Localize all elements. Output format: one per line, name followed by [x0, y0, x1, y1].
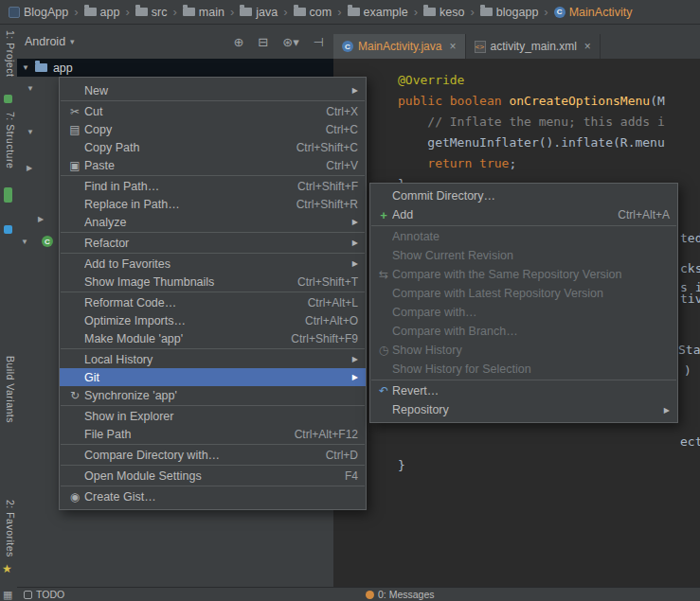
tab-mainactivity-java[interactable]: CMainActivity.java× [333, 34, 466, 59]
submenu-item-commit-directory[interactable]: Commit Directory… [370, 186, 677, 205]
folder-icon [480, 8, 493, 16]
menu-item-label: Open Module Settings [84, 469, 328, 483]
code-fragment: tiv [680, 292, 700, 306]
menu-item-replace-in-path[interactable]: Replace in Path…Ctrl+Shift+R [60, 195, 366, 213]
menu-shortcut: Ctrl+C [326, 123, 358, 136]
breadcrumb-item-blogapp[interactable]: BlogApp [6, 5, 71, 20]
tree-chevron-icon[interactable]: ▶ [27, 164, 32, 172]
menu-item-show-in-explorer[interactable]: Show in Explorer [60, 407, 366, 425]
menu-item-file-path[interactable]: File PathCtrl+Alt+F12 [60, 425, 366, 443]
submenu-item-repository[interactable]: Repository▶ [370, 400, 677, 419]
submenu-arrow-icon: ▶ [350, 355, 358, 363]
tool-button-structure[interactable]: 7: Structure [3, 112, 16, 168]
breadcrumb-item-com[interactable]: com [291, 5, 335, 20]
menu-item-synchronize-app[interactable]: ↻Synchronize 'app' [60, 386, 366, 404]
menu-item-optimize-imports[interactable]: Optimize Imports…Ctrl+Alt+O [60, 311, 366, 329]
breadcrumb-item-blogapp[interactable]: blogapp [477, 5, 542, 20]
menu-item-local-history[interactable]: Local History▶ [60, 350, 366, 368]
tool-button-project[interactable]: 1: Project [3, 30, 16, 77]
tree-chevron-icon[interactable]: ▼ [27, 128, 34, 136]
breadcrumb-item-main[interactable]: main [180, 5, 227, 20]
submenu-arrow-icon: ▶ [662, 406, 670, 415]
chevron-down-icon: ▾ [70, 37, 75, 46]
breadcrumb-separator-icon: › [172, 5, 176, 19]
menu-item-label: Compare with Latest Repository Version [392, 287, 670, 300]
menu-item-cut[interactable]: ✂CutCtrl+X [60, 102, 366, 120]
menu-separator [61, 175, 365, 176]
menu-item-refactor[interactable]: Refactor▶ [60, 234, 366, 252]
messages-label: 0: Messages [378, 589, 435, 600]
xml-icon: <> [475, 41, 486, 53]
submenu-item-revert[interactable]: ↶Revert… [370, 381, 677, 400]
tool-button-favorites[interactable]: 2: Favorites [3, 500, 16, 557]
tool-stripe-icon[interactable] [4, 95, 12, 103]
hide-panel-icon[interactable]: ⊣ [314, 35, 324, 49]
menu-item-make-module-app[interactable]: Make Module 'app'Ctrl+Shift+F9 [60, 329, 366, 347]
messages-button[interactable]: 0: Messages [366, 589, 435, 600]
menu-item-reformat-code[interactable]: Reformat Code…Ctrl+Alt+L [60, 293, 366, 311]
breadcrumb-item-example[interactable]: example [345, 5, 411, 20]
submenu-item-add[interactable]: +AddCtrl+Alt+A [370, 205, 677, 224]
menu-item-copy[interactable]: ▤CopyCtrl+C [60, 120, 366, 138]
menu-item-open-module-settings[interactable]: Open Module SettingsF4 [60, 467, 366, 485]
menu-item-analyze[interactable]: Analyze▶ [60, 213, 366, 231]
menu-item-paste[interactable]: ▣PasteCtrl+V [60, 156, 366, 174]
tree-chevron-icon[interactable]: ▼ [27, 84, 34, 93]
tool-stripe-icon[interactable] [4, 225, 12, 234]
toolbox-icon[interactable]: ▦ [3, 589, 12, 601]
tree-root-app[interactable]: ▼ app [17, 59, 333, 77]
breadcrumb-item-mainactivity[interactable]: CMainActivity [551, 5, 636, 20]
menu-item-find-in-path[interactable]: Find in Path…Ctrl+Shift+F [60, 177, 366, 195]
menu-separator [61, 292, 365, 292]
breadcrumb-label: com [310, 6, 332, 19]
submenu-item-annotate: Annotate [370, 227, 677, 246]
todo-button[interactable]: TODO [24, 589, 64, 600]
submenu-arrow-icon: ▶ [350, 373, 358, 381]
submenu-item-compare-with-latest-repository-version: Compare with Latest Repository Version [370, 284, 677, 303]
menu-item-create-gist[interactable]: ◉Create Gist… [60, 487, 366, 505]
tree-chevron-icon[interactable]: ▶ [38, 215, 44, 223]
git-submenu: Commit Directory…+AddCtrl+Alt+AAnnotateS… [369, 183, 678, 423]
code-line: getMenuInflater().inflate(R.menu [398, 133, 665, 153]
class-icon: C [342, 41, 353, 52]
close-icon[interactable]: × [449, 40, 456, 53]
menu-item-label: Find in Path… [84, 180, 280, 193]
breadcrumb-item-keso[interactable]: keso [421, 5, 467, 20]
status-bar: TODO 0: Messages [17, 587, 700, 601]
locate-icon[interactable]: ⊕ [233, 35, 243, 49]
menu-item-add-to-favorites[interactable]: Add to Favorites▶ [60, 255, 366, 273]
menu-item-new[interactable]: New▶ [60, 81, 366, 99]
breadcrumb-separator-icon: › [125, 5, 129, 19]
add-icon: + [375, 208, 392, 222]
gear-dropdown-icon[interactable]: ⊛▾ [282, 35, 298, 49]
menu-item-copy-path[interactable]: Copy PathCtrl+Shift+C [60, 138, 366, 156]
menu-item-label: Synchronize 'app' [84, 389, 358, 402]
breadcrumb-item-src[interactable]: src [133, 5, 171, 20]
context-menu: New▶✂CutCtrl+X▤CopyCtrl+CCopy PathCtrl+S… [59, 77, 367, 510]
history-icon: ◷ [375, 344, 392, 357]
breadcrumb: BlogApp›app›src›main›java›com›example›ke… [0, 0, 700, 25]
breadcrumb-item-app[interactable]: app [81, 5, 123, 20]
chevron-expanded-icon[interactable]: ▼ [22, 63, 29, 72]
menu-item-compare-directory-with[interactable]: Compare Directory with…Ctrl+D [60, 446, 366, 464]
submenu-arrow-icon: ▶ [350, 259, 358, 268]
tool-stripe-icon[interactable] [4, 187, 12, 203]
android-variant-selector[interactable]: Android ▾ [17, 35, 82, 48]
breadcrumb-item-java[interactable]: java [237, 5, 280, 20]
menu-item-label: Revert… [392, 384, 670, 398]
submenu-arrow-icon: ▶ [350, 218, 358, 226]
favorites-star-icon[interactable]: ★ [2, 562, 12, 575]
menu-item-label: Optimize Imports… [84, 314, 288, 327]
collapse-all-icon[interactable]: ⊟ [258, 35, 268, 49]
copy-icon: ▤ [65, 123, 84, 136]
tab-activity-main-xml[interactable]: <>activity_main.xml× [466, 34, 601, 59]
menu-item-label: Copy [84, 123, 309, 136]
tree-chevron-icon[interactable]: ▼ [21, 238, 28, 246]
left-tool-stripe: 1: Project 7: Structure Build Variants 2… [0, 25, 17, 601]
menu-item-show-image-thumbnails[interactable]: Show Image ThumbnailsCtrl+Shift+T [60, 273, 366, 291]
tool-button-build-variants[interactable]: Build Variants [3, 356, 16, 423]
code-fragment: } [398, 458, 405, 472]
menu-item-git[interactable]: Git▶ [60, 368, 366, 386]
close-icon[interactable]: × [584, 40, 591, 53]
cut-icon: ✂ [65, 105, 84, 118]
